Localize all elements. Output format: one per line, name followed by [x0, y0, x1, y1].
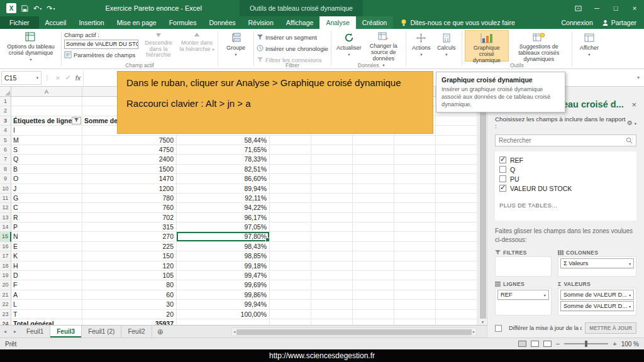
grid-cell[interactable] [353, 251, 394, 261]
row-header-2[interactable]: 2 [0, 106, 11, 116]
close-icon[interactable]: × [631, 100, 636, 109]
row-header-10[interactable]: 10 [0, 184, 11, 194]
grid-cell[interactable] [436, 184, 477, 194]
cell-A1[interactable] [11, 97, 82, 106]
tab-données[interactable]: Données [203, 16, 242, 29]
more-tables-link[interactable]: PLUS DE TABLES... [499, 202, 632, 209]
row-header-7[interactable]: 7 [0, 155, 11, 164]
cell-A24[interactable]: Total général [11, 319, 82, 325]
grid-cell[interactable] [311, 155, 353, 164]
cell-B7[interactable]: 2400 [82, 155, 177, 164]
pivotchart-button[interactable]: Graphique croisé dynamique [465, 30, 509, 62]
grid-cell[interactable] [436, 290, 477, 300]
cell-B22[interactable]: 30 [82, 300, 177, 309]
cell-B19[interactable]: 105 [82, 271, 177, 280]
insert-slicer-button[interactable]: Insérer un segment [257, 33, 328, 42]
save-button[interactable] [21, 5, 28, 12]
cell-B8[interactable]: 1500 [82, 165, 177, 174]
row-header-4[interactable]: 4 [0, 126, 11, 135]
grid-cell[interactable] [394, 184, 436, 194]
column-header-A[interactable]: A [11, 87, 82, 96]
row-header-9[interactable]: 9 [0, 174, 11, 184]
tools-dropdown[interactable]: ⚙ ▾ [627, 119, 636, 126]
cell-A6[interactable]: S [11, 145, 82, 155]
row-header-16[interactable]: 16 [0, 242, 11, 251]
cell-A11[interactable]: G [11, 194, 82, 203]
field-chip[interactable]: Σ Valeurs▾ [560, 258, 634, 268]
cell-C5[interactable]: 58,44% [177, 136, 270, 145]
row-header-3[interactable]: 3 [0, 116, 11, 126]
cell-A18[interactable]: H [11, 261, 82, 271]
grid-cell[interactable] [311, 319, 353, 325]
cell-B20[interactable]: 80 [82, 280, 177, 290]
tab-accueil[interactable]: Accueil [39, 16, 73, 29]
field-checkbox[interactable] [499, 156, 506, 163]
vertical-scroll-thumb[interactable] [480, 93, 486, 319]
grid-cell[interactable] [353, 232, 394, 241]
row-header-17[interactable]: 17 [0, 251, 11, 261]
recommended-pivottables-button[interactable]: Suggestions de tableaux croisés dynamiqu… [509, 30, 569, 62]
cell-C8[interactable]: 82,51% [177, 165, 270, 174]
tab-mise-en-page[interactable]: Mise en page [111, 16, 163, 29]
normal-view-icon[interactable] [518, 341, 526, 347]
grid-cell[interactable] [394, 290, 436, 300]
cell-C23[interactable]: 100,00% [177, 310, 270, 319]
grid-cell[interactable] [394, 319, 436, 325]
cell-B11[interactable]: 780 [82, 194, 177, 203]
cell-C24[interactable] [177, 319, 270, 325]
formula-bar-expand-icon[interactable]: ▾ [633, 75, 644, 80]
grid-cell[interactable] [311, 174, 353, 184]
cell-A23[interactable]: T [11, 310, 82, 319]
search-input[interactable]: Rechercher [495, 134, 636, 146]
grid-cell[interactable] [353, 145, 394, 155]
grid-cell[interactable] [394, 165, 436, 174]
cell-B23[interactable]: 20 [82, 310, 177, 319]
grid-cell[interactable] [436, 165, 477, 174]
grid-cell[interactable] [394, 251, 436, 261]
zoom-slider[interactable] [564, 343, 608, 344]
grid-cell[interactable] [353, 165, 394, 174]
row-labels-filter-icon[interactable] [72, 117, 81, 124]
row-header-11[interactable]: 11 [0, 194, 11, 203]
cell-A14[interactable]: P [11, 222, 82, 232]
cell-C18[interactable]: 99,18% [177, 261, 270, 271]
grid-cell[interactable] [353, 242, 394, 251]
sheet-tab-Feuil2[interactable]: Feuil2 [121, 326, 152, 337]
horizontal-scrollbar[interactable]: ◂ ▸ [231, 327, 477, 336]
grid-cell[interactable] [270, 165, 311, 174]
grid-cell[interactable] [353, 300, 394, 309]
grid-cell[interactable] [270, 300, 311, 309]
grid-cell[interactable] [311, 290, 353, 300]
horizontal-scroll-thumb[interactable] [236, 329, 471, 335]
grid-cell[interactable] [270, 290, 311, 300]
zoom-slider-thumb[interactable] [585, 341, 587, 347]
grid-cell[interactable] [353, 184, 394, 194]
grid-cell[interactable] [270, 271, 311, 280]
insert-function-icon[interactable]: fx [73, 74, 83, 82]
drill-down-button[interactable]: Descendre dans la hiérarchie [140, 30, 177, 60]
scroll-right-icon[interactable]: ▸ [473, 329, 475, 334]
cell-B9[interactable]: 1470 [82, 174, 177, 184]
grid-cell[interactable] [270, 155, 311, 164]
grid-cell[interactable] [436, 155, 477, 164]
grid-cell[interactable] [353, 280, 394, 290]
cell-C9[interactable]: 86,60% [177, 174, 270, 184]
grid-cell[interactable] [436, 261, 477, 271]
cell-B21[interactable]: 60 [82, 290, 177, 300]
group-button[interactable]: Groupe▾ [221, 30, 251, 62]
grid-cell[interactable] [311, 310, 353, 319]
grid-cell[interactable] [311, 222, 353, 232]
cell-A22[interactable]: L [11, 300, 82, 309]
filters-area[interactable] [495, 256, 552, 277]
grid-cell[interactable] [353, 319, 394, 325]
close-button[interactable]: × [625, 0, 644, 16]
grid-cell[interactable] [394, 232, 436, 241]
grid-cell[interactable] [436, 203, 477, 212]
cell-C21[interactable]: 99,86% [177, 290, 270, 300]
field-chip[interactable]: REF▾ [497, 290, 549, 300]
field-settings-button[interactable]: Paramètres de champs [64, 50, 138, 60]
sheet-tab-Feuil1-(2)[interactable]: Feuil1 (2) [82, 326, 121, 337]
tab-insertion[interactable]: Insertion [72, 16, 110, 29]
grid-cell[interactable] [394, 271, 436, 280]
row-header-8[interactable]: 8 [0, 165, 11, 174]
